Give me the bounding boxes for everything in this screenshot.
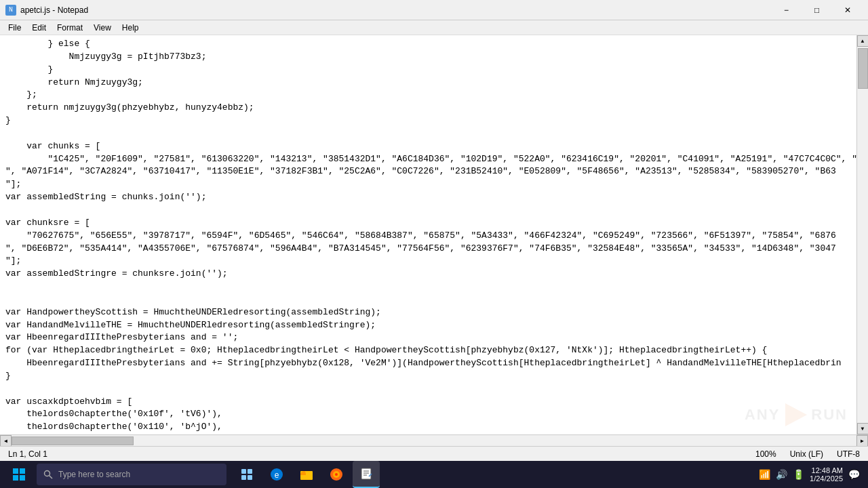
maximize-button[interactable]: □ (802, 0, 832, 20)
cursor-position: Ln 1, Col 1 (8, 449, 47, 459)
notepad-icon (359, 467, 373, 481)
scrollbar-up-button[interactable]: ▲ (857, 35, 869, 47)
svg-rect-1 (13, 468, 18, 474)
notepad-taskbar-button[interactable] (353, 461, 380, 488)
menu-format[interactable]: Format (52, 22, 88, 34)
editor-content[interactable]: } else { Nmjzuygy3g = pItjhb773bz3; } re… (0, 35, 856, 434)
encoding: UTF-8 (837, 449, 860, 459)
file-explorer-icon (300, 468, 313, 481)
taskbar-clock[interactable]: 12:48 AM 1/24/2025 (810, 466, 843, 483)
firefox-button[interactable] (323, 461, 350, 488)
menu-help[interactable]: Help (117, 22, 144, 34)
scrollbar-h-thumb[interactable] (12, 436, 134, 445)
svg-rect-14 (300, 473, 306, 475)
search-placeholder: Type here to search (58, 470, 130, 479)
status-bar: Ln 1, Col 1 100% Unix (LF) UTF-8 (0, 446, 868, 461)
svg-rect-9 (241, 475, 246, 480)
vertical-scrollbar[interactable]: ▲ ▼ (856, 35, 868, 434)
menu-edit[interactable]: Edit (26, 22, 52, 34)
network-icon[interactable]: 📶 (759, 469, 770, 481)
volume-icon[interactable]: 🔊 (776, 469, 787, 481)
menu-view[interactable]: View (88, 22, 117, 34)
scrollbar-left-button[interactable]: ◀ (0, 435, 12, 447)
firefox-icon (330, 468, 343, 481)
menu-bar: File Edit Format View Help (0, 20, 868, 35)
svg-line-6 (50, 476, 53, 479)
search-icon (43, 470, 53, 479)
clock-time: 12:48 AM (810, 466, 843, 474)
scrollbar-down-button[interactable]: ▼ (857, 423, 869, 434)
taskbar-search[interactable]: Type here to search (37, 464, 226, 485)
minimize-button[interactable]: − (771, 0, 802, 20)
scrollbar-thumb[interactable] (858, 48, 868, 89)
notification-icon[interactable]: 💬 (848, 469, 860, 481)
svg-rect-8 (248, 469, 252, 474)
clock-date: 1/24/2025 (810, 474, 843, 483)
scrollbar-h-track[interactable] (12, 436, 856, 446)
svg-rect-4 (20, 475, 25, 481)
task-view-button[interactable] (233, 461, 260, 488)
taskbar-icons: e (233, 461, 380, 488)
edge-icon: e (270, 468, 283, 481)
svg-rect-7 (241, 469, 246, 474)
taskbar-right: 📶 🔊 🔋 12:48 AM 1/24/2025 💬 (759, 466, 865, 483)
horizontal-scrollbar[interactable]: ◀ ▶ (0, 434, 868, 446)
battery-icon[interactable]: 🔋 (793, 469, 804, 481)
code-text: } else { Nmjzuygy3g = pItjhb773bz3; } re… (0, 38, 856, 434)
menu-file[interactable]: File (3, 22, 26, 34)
svg-text:e: e (275, 470, 279, 480)
task-view-icon (241, 468, 253, 481)
svg-point-17 (335, 473, 338, 476)
svg-point-5 (45, 471, 50, 476)
zoom-level: 100% (755, 449, 776, 459)
taskbar: Type here to search e (0, 461, 868, 488)
start-button[interactable] (3, 461, 35, 488)
svg-rect-2 (20, 468, 25, 474)
windows-logo-icon (13, 468, 25, 481)
edge-button[interactable]: e (263, 461, 290, 488)
close-button[interactable]: ✕ (832, 0, 863, 20)
title-bar: N apetci.js - Notepad − □ ✕ (0, 0, 868, 20)
svg-rect-10 (248, 475, 252, 480)
svg-rect-3 (13, 475, 18, 481)
window-title: apetci.js - Notepad (20, 5, 88, 15)
svg-rect-18 (361, 468, 371, 479)
scrollbar-right-button[interactable]: ▶ (856, 435, 868, 447)
app-icon: N (5, 5, 16, 16)
window-controls[interactable]: − □ ✕ (771, 0, 863, 20)
line-ending: Unix (LF) (790, 449, 823, 459)
file-explorer-button[interactable] (293, 461, 320, 488)
editor-container: } else { Nmjzuygy3g = pItjhb773bz3; } re… (0, 35, 868, 434)
